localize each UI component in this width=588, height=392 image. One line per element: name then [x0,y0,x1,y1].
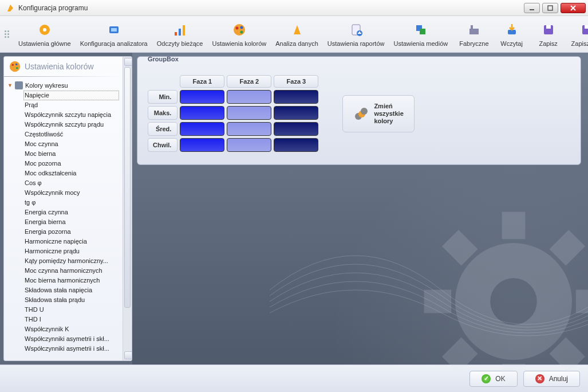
tree-item[interactable]: Współczynniki asymetrii i skł... [23,334,119,344]
tree-item[interactable]: Moc bierna harmonicznych [23,276,119,285]
tree: ▼ Kolory wykresu NapięciePrądWspółczynni… [4,79,123,360]
chart-colors-icon [15,81,23,89]
color-swatch[interactable] [274,122,318,136]
app-icon [6,3,15,13]
tree-item[interactable]: Współczynnik szczytu prądu [23,120,119,130]
tree-item[interactable]: Częstotliwość [23,130,119,139]
tree-item[interactable]: Moc czynna harmonicznych [23,266,119,276]
tree-item[interactable]: Współczynnik mocy [23,188,119,198]
grid-row-header: Min. [148,90,177,104]
toolbar-save-as[interactable]: Zapisz jako [568,19,588,49]
svg-rect-1 [548,6,553,10]
color-swatch[interactable] [227,106,271,120]
tree-item[interactable]: Współczynniki asymetrii i skł... [23,344,119,354]
toolbar-label: Zapisz jako [571,40,588,47]
scroll-up-button[interactable]: ▲ [124,58,132,66]
tree-item[interactable]: THD I [23,315,119,324]
groupbox-title: GroupBox [145,56,181,62]
color-swatch[interactable] [274,90,318,104]
tree-item[interactable]: Harmoniczne napięcia [23,237,119,246]
toolbar-label: Ustawienia główne [18,40,71,47]
tree-item[interactable]: Energia bierna [23,217,119,227]
toolbar-save[interactable]: Zapisz [531,19,566,49]
color-swatch[interactable] [180,90,224,104]
color-swatch[interactable] [227,122,271,136]
tree-item[interactable]: Moc odkształcenia [23,168,119,178]
toolbar-label: Ustawienia raportów [327,40,385,47]
svg-rect-18 [420,29,425,34]
content-area: GroupBox Faza 1Faza 2Faza 3 Min.Maks.Śre… [132,53,588,364]
svg-rect-19 [469,29,479,34]
toolbar-label: Ustawienia kolorów [212,40,266,47]
color-swatch[interactable] [274,138,318,152]
toolbar-color-settings[interactable]: Ustawienia kolorów [208,19,270,49]
toolbar-media-settings[interactable]: Ustawienia mediów [390,19,451,49]
scroll-thumb[interactable] [124,67,131,308]
svg-point-26 [10,61,20,72]
svg-rect-5 [111,28,117,32]
grid-row-header: Śred. [148,122,177,136]
color-swatch[interactable] [227,138,271,152]
toolbar-factory[interactable]: Fabryczne [456,19,492,49]
tree-item[interactable]: Składowa stała prądu [23,295,119,305]
toolbar-label: Analiza danych [275,40,318,47]
color-stack-icon [353,105,369,121]
color-swatch[interactable] [274,106,318,120]
color-swatch[interactable] [180,106,224,120]
svg-rect-8 [183,25,185,36]
color-swatch[interactable] [227,90,271,104]
close-button[interactable] [561,3,586,13]
toolbar-label: Odczyty bieżące [157,40,203,47]
svg-point-12 [240,30,243,33]
tree-item[interactable]: Prąd [23,100,119,110]
palette-icon [9,60,21,73]
sidebar-scrollbar[interactable]: ▲ ▼ [123,57,132,360]
toolbar-data-analysis[interactable]: Analiza danych [272,19,322,49]
color-swatch[interactable] [180,138,224,152]
svg-point-28 [15,64,18,66]
svg-rect-25 [585,25,588,29]
tree-item[interactable]: tg φ [23,198,119,207]
tree-item[interactable]: THD U [23,305,119,315]
svg-point-42 [361,108,368,115]
toolbar-label: Fabryczne [459,40,488,47]
minimize-button[interactable] [524,3,540,13]
titlebar: Konfiguracja programu [0,0,588,16]
svg-point-27 [12,64,14,66]
change-all-colors-button[interactable]: Zmieńwszystkiekolory [342,95,414,132]
tree-item[interactable]: Współczynnik K [23,324,119,334]
svg-rect-7 [179,29,181,36]
svg-rect-6 [175,32,177,36]
toolbar-label: Zapisz [539,40,557,47]
tree-item[interactable]: Moc czynna [23,139,119,149]
toolbar-main-settings[interactable]: Ustawienia główne [15,19,74,49]
tree-root-node[interactable]: ▼ Kolory wykresu [7,80,119,91]
collapse-icon: ▼ [7,83,13,88]
tree-item[interactable]: Energia czynna [23,207,119,217]
toolbar-current-readings[interactable]: Odczyty bieżące [153,19,207,49]
tree-item[interactable]: Energia pozorna [23,227,119,237]
tree-item[interactable]: Składowa stała napięcia [23,285,119,295]
toolbar-drag-handle[interactable] [5,30,9,38]
tree-item[interactable]: Współczynnik szczytu napięcia [23,110,119,120]
maximize-button[interactable] [542,3,558,13]
toolbar-analyzer-config[interactable]: Konfiguracja analizatora [77,19,151,49]
toolbar-label: Konfiguracja analizatora [80,40,148,47]
tree-item[interactable]: Kąty pomiędzy harmoniczny... [23,256,119,266]
change-all-label: Zmieńwszystkiekolory [374,103,403,125]
svg-rect-34 [576,290,588,313]
svg-point-11 [240,26,243,29]
toolbar-report-settings[interactable]: Ustawienia raportów [324,19,388,49]
scroll-down-button[interactable]: ▼ [124,351,132,359]
toolbar-load[interactable]: Wczytaj [495,19,529,49]
grid-row-header: Maks. [148,106,177,120]
tree-item[interactable]: Napięcie [23,91,119,100]
toolbar-label: Ustawienia mediów [393,40,448,47]
tree-item[interactable]: Harmoniczne prądu [23,246,119,256]
tree-item[interactable]: Cos φ [23,178,119,188]
tree-item[interactable]: Moc pozorna [23,159,119,168]
svg-rect-32 [502,364,526,391]
tree-item[interactable]: Moc bierna [23,149,119,159]
groupbox: GroupBox Faza 1Faza 2Faza 3 Min.Maks.Śre… [137,56,581,165]
color-swatch[interactable] [180,122,224,136]
